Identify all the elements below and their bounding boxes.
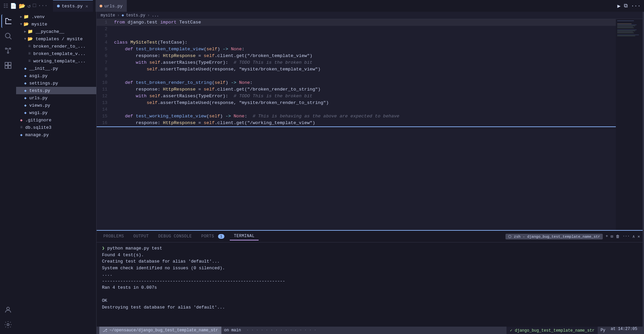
- status-git-path[interactable]: ⎇ ~/opensauce/django_bug_test_template_n…: [99, 327, 221, 334]
- new-terminal-icon[interactable]: +: [605, 234, 608, 239]
- sidebar-item-tests[interactable]: ◆ tests.py: [16, 87, 96, 94]
- git-branch-icon: ⎇: [103, 328, 107, 333]
- sidebar-label-venv: .venv: [32, 14, 45, 19]
- sidebar-label-pycache: __pycache__: [36, 29, 64, 34]
- python-file-icon: ◆: [24, 66, 26, 71]
- code-line-8: 8 self.assertTemplateUsed(response, "mys…: [97, 66, 616, 73]
- code-line-15: 15 def test_working_template_view(self) …: [97, 113, 616, 120]
- python-file5-icon: ◆: [24, 96, 26, 101]
- sidebar-item-db[interactable]: ≡ db.sqlite3: [16, 124, 96, 131]
- sidebar-label-urls: urls.py: [29, 96, 48, 101]
- terminal-content[interactable]: ❯ python manage.py test Found 4 test(s).…: [97, 242, 643, 327]
- breadcrumb-sep1: ›: [117, 13, 119, 18]
- activity-source-control[interactable]: [1, 44, 15, 57]
- new-file-icon[interactable]: 📄: [10, 3, 17, 9]
- activity-extensions[interactable]: [1, 59, 15, 72]
- terminal-icon: ⬡: [508, 235, 512, 239]
- terminal-panel: PROBLEMS OUTPUT DEBUG CONSOLE PORTS 1 TE…: [97, 230, 643, 334]
- sidebar-item-templates[interactable]: ▼ 📂 templates / mysite: [16, 35, 96, 43]
- svg-point-2: [5, 48, 7, 49]
- new-folder-icon[interactable]: 📂: [19, 3, 25, 9]
- svg-point-9: [7, 307, 9, 310]
- folder-open-icon: 📂: [23, 21, 29, 27]
- more-options-icon[interactable]: ···: [631, 3, 641, 9]
- terminal-line-1: ❯ python manage.py test: [102, 245, 637, 252]
- breadcrumb-mysite: mysite: [101, 13, 115, 18]
- title-bar-left-icons: ☷ 📄 📂 ↺ □ ···: [3, 3, 48, 9]
- tab-debug-console[interactable]: DEBUG CONSOLE: [154, 233, 196, 240]
- code-line-2: 2: [97, 26, 616, 33]
- tab-output[interactable]: OUTPUT: [129, 233, 153, 240]
- sidebar-item-mysite[interactable]: ▼ 📂 mysite: [16, 20, 96, 28]
- tab-ports[interactable]: PORTS 1: [197, 233, 228, 240]
- sidebar-label-db: db.sqlite3: [25, 125, 51, 130]
- sidebar-item-broken-render[interactable]: ≡ broken_render_to_...: [16, 43, 96, 50]
- sidebar-item-views[interactable]: ◆ views.py: [16, 102, 96, 109]
- sidebar-item-working-template[interactable]: ≡ working_template_...: [16, 57, 96, 65]
- status-branch[interactable]: on main: [221, 327, 244, 334]
- sidebar-item-init[interactable]: ◆ __init__.py: [16, 65, 96, 72]
- tab-tests-py[interactable]: tests.py ✕: [53, 0, 93, 12]
- breadcrumb-rest: ...: [152, 13, 159, 18]
- split-terminal-icon[interactable]: ⊟: [611, 234, 613, 239]
- code-line-16: 16 response: HttpResponse = self.client.…: [97, 120, 616, 127]
- activity-explorer[interactable]: [1, 14, 15, 28]
- activity-settings[interactable]: [1, 318, 15, 331]
- sidebar-item-urls[interactable]: ◆ urls.py: [16, 94, 96, 102]
- terminal-line-2: Found 4 test(s).: [102, 252, 637, 259]
- activity-search[interactable]: [1, 29, 15, 43]
- status-time: at 14:27:05: [608, 327, 640, 334]
- breadcrumb-file: tests.py: [126, 13, 146, 18]
- close-terminal-icon[interactable]: ✕: [638, 234, 640, 239]
- activity-account[interactable]: [1, 303, 15, 317]
- code-line-6: 6 response: HttpResponse = self.client.g…: [97, 53, 616, 59]
- terminal-line-5: ....: [102, 271, 637, 278]
- tab-label-tests: tests.py: [62, 4, 83, 9]
- tab-problems[interactable]: PROBLEMS: [99, 233, 128, 240]
- terminal-line-4: System check identified no issues (0 sil…: [102, 265, 637, 272]
- run-icon[interactable]: ▶: [618, 3, 621, 9]
- explorer-icon[interactable]: ☷: [3, 3, 8, 9]
- sidebar-item-venv[interactable]: ▶ 📁 .venv: [16, 13, 96, 20]
- tab-urls-py[interactable]: urls.py: [96, 0, 127, 12]
- sidebar-item-broken-template[interactable]: ≡ broken_template_v...: [16, 50, 96, 57]
- terminal-controls: ⬡ zsh - django_bug_test_template_name_st…: [505, 234, 640, 239]
- svg-point-3: [9, 48, 11, 49]
- tab-dot-tests: [57, 5, 60, 7]
- split-editor-icon[interactable]: ⧉: [624, 3, 628, 9]
- expand-terminal-icon[interactable]: ∧: [633, 234, 635, 239]
- sidebar-item-pycache[interactable]: ▶ 📁 __pycache__: [16, 28, 96, 35]
- tab-close-tests[interactable]: ✕: [85, 3, 89, 9]
- sidebar-label-broken-template: broken_template_v...: [33, 51, 86, 56]
- code-line-7: 7 with self.assertRaises(TypeError): # T…: [97, 59, 616, 66]
- template-file2-icon: ≡: [28, 51, 31, 56]
- activity-bottom: [1, 303, 15, 334]
- more-terminal-icon[interactable]: ···: [623, 234, 630, 239]
- title-bar-right: ▶ ⧉ ···: [618, 3, 641, 9]
- editor-with-minimap: 1 from django.test import TestCase 2 3: [97, 19, 643, 230]
- kill-terminal-icon[interactable]: 🗑: [616, 234, 620, 239]
- editor-area: mysite › ◆ tests.py › ... 1 from django.…: [97, 12, 643, 334]
- code-line-3: 3: [97, 33, 616, 39]
- sidebar-item-manage[interactable]: ◆ manage.py: [16, 131, 96, 138]
- collapse-icon[interactable]: □: [33, 3, 36, 9]
- status-bar: ⎇ ~/opensauce/django_bug_test_template_n…: [97, 327, 643, 334]
- right-scrollbar[interactable]: [643, 12, 644, 334]
- sidebar-label-wsgi: wsgi.py: [29, 110, 48, 115]
- tab-terminal[interactable]: TERMINAL: [230, 232, 259, 240]
- db-icon: ≡: [20, 125, 22, 130]
- sidebar-item-asgi[interactable]: ◆ asgi.py: [16, 72, 96, 79]
- chevron-down-templates-icon: ▼: [24, 37, 26, 41]
- sidebar-item-wsgi[interactable]: ◆ wsgi.py: [16, 109, 96, 116]
- template-file3-icon: ≡: [28, 59, 31, 63]
- svg-point-10: [7, 324, 9, 326]
- sidebar-item-settings[interactable]: ◆ settings.py: [16, 79, 96, 87]
- sidebar-item-gitignore[interactable]: ◆ .gitignore: [16, 116, 96, 124]
- code-line-10: 10 def test_broken_render_to_string(self…: [97, 79, 616, 86]
- more-icon[interactable]: ···: [38, 3, 48, 9]
- refresh-icon[interactable]: ↺: [28, 3, 31, 9]
- sidebar-label-settings: settings.py: [29, 81, 58, 86]
- status-language[interactable]: Py: [598, 327, 608, 334]
- code-editor[interactable]: 1 from django.test import TestCase 2 3: [97, 19, 616, 230]
- status-check[interactable]: ✓ django_bug_test_template_name_str: [506, 327, 598, 334]
